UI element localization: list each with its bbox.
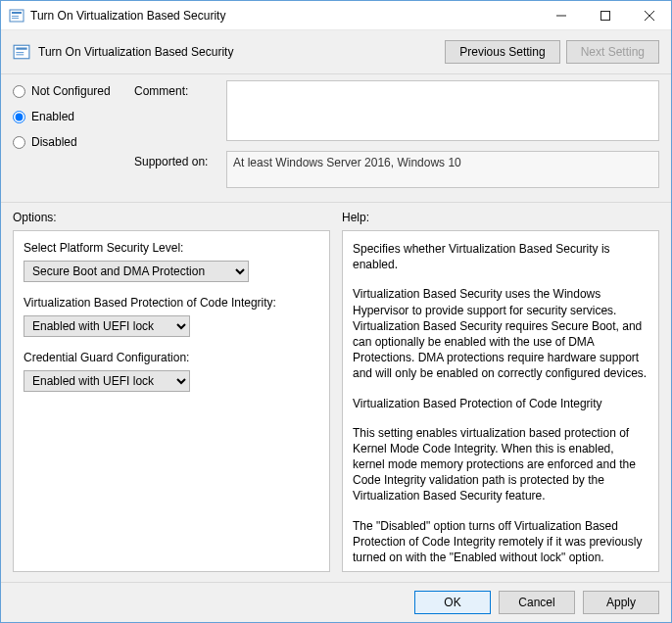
policy-icon [9, 8, 24, 24]
svg-rect-3 [12, 18, 19, 19]
vbpci-label: Virtualization Based Protection of Code … [24, 296, 319, 310]
svg-rect-11 [16, 54, 24, 55]
radio-label: Enabled [31, 110, 74, 123]
meta-section: Not Configured Enabled Disabled Comment:… [1, 74, 671, 203]
radio-label: Not Configured [31, 84, 111, 98]
ok-button[interactable]: OK [414, 591, 491, 614]
titlebar: Turn On Virtualization Based Security [1, 1, 671, 30]
options-header: Options: [13, 211, 330, 224]
window-title: Turn On Virtualization Based Security [30, 9, 539, 23]
policy-icon [13, 43, 30, 61]
options-column: Options: Select Platform Security Level:… [13, 211, 330, 572]
help-text: This setting enables virtualization base… [353, 425, 648, 504]
radio-not-configured[interactable]: Not Configured [13, 84, 130, 98]
help-text: Specifies whether Virtualization Based S… [353, 241, 648, 272]
help-panel[interactable]: Specifies whether Virtualization Based S… [342, 230, 659, 572]
platform-security-select[interactable]: Secure Boot and DMA Protection [24, 261, 249, 282]
help-text: Virtualization Based Protection of Code … [353, 396, 648, 411]
previous-setting-button[interactable]: Previous Setting [445, 40, 559, 64]
radio-enabled-input[interactable] [13, 111, 25, 123]
comment-label: Comment: [134, 80, 222, 141]
maximize-button[interactable] [583, 1, 627, 29]
dialog-window: Turn On Virtualization Based Security Tu… [0, 0, 672, 623]
radio-enabled[interactable]: Enabled [13, 110, 130, 123]
minimize-button[interactable] [539, 1, 583, 29]
help-text: The "Disabled" option turns off Virtuali… [353, 518, 648, 566]
radio-disabled[interactable]: Disabled [13, 135, 130, 149]
radio-not-configured-input[interactable] [13, 85, 25, 98]
next-setting-button[interactable]: Next Setting [566, 40, 659, 64]
help-text: Virtualization Based Security uses the W… [353, 286, 648, 381]
radio-disabled-input[interactable] [13, 136, 25, 149]
state-radio-group: Not Configured Enabled Disabled [13, 80, 130, 188]
help-column: Help: Specifies whether Virtualization B… [342, 211, 659, 572]
header-title: Turn On Virtualization Based Security [38, 45, 445, 59]
svg-rect-1 [12, 12, 22, 14]
close-button[interactable] [627, 1, 671, 29]
credential-guard-label: Credential Guard Configuration: [24, 351, 319, 364]
svg-rect-9 [16, 48, 26, 50]
svg-rect-5 [600, 11, 609, 20]
window-buttons [539, 1, 671, 29]
platform-security-label: Select Platform Security Level: [24, 241, 319, 255]
body-section: Options: Select Platform Security Level:… [1, 203, 671, 582]
apply-button[interactable]: Apply [583, 591, 659, 614]
vbpci-select[interactable]: Enabled with UEFI lock [24, 315, 190, 337]
cancel-button[interactable]: Cancel [499, 591, 575, 614]
footer: OK Cancel Apply [1, 582, 671, 622]
supported-on-value: At least Windows Server 2016, Windows 10 [226, 151, 659, 188]
help-header: Help: [342, 211, 659, 224]
radio-label: Disabled [31, 135, 77, 149]
svg-rect-2 [12, 16, 19, 17]
comment-textarea[interactable] [226, 80, 659, 141]
header-bar: Turn On Virtualization Based Security Pr… [1, 30, 671, 74]
options-panel: Select Platform Security Level: Secure B… [13, 230, 330, 572]
credential-guard-select[interactable]: Enabled with UEFI lock [24, 370, 190, 392]
supported-on-label: Supported on: [134, 151, 222, 168]
svg-rect-10 [16, 52, 24, 53]
